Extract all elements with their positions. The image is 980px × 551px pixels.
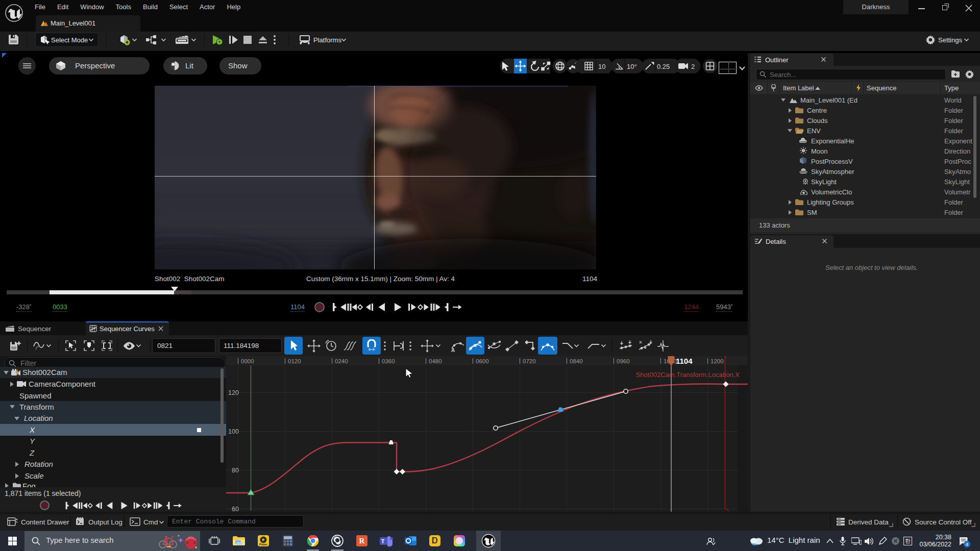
svg-text:0000: 0000 (241, 358, 254, 364)
svg-text:0960: 0960 (617, 358, 630, 364)
svg-text:100: 100 (228, 428, 239, 435)
svg-text:10°: 10° (627, 63, 637, 70)
svg-text:1200: 1200 (710, 358, 724, 364)
svg-text:0600: 0600 (476, 358, 489, 364)
svg-text:0.25: 0.25 (657, 63, 670, 70)
svg-text:0480: 0480 (429, 358, 442, 364)
svg-text:0360: 0360 (382, 358, 395, 364)
svg-text:0120: 0120 (288, 358, 301, 364)
svg-text:A: A (451, 347, 455, 353)
svg-text:1104: 1104 (676, 357, 693, 365)
svg-text:60: 60 (232, 506, 239, 512)
svg-text:10: 10 (598, 63, 605, 70)
svg-text:0720: 0720 (523, 358, 536, 364)
svg-text:Shot002Cam.Transform.Location.: Shot002Cam.Transform.Location.X (636, 371, 740, 379)
svg-text:80: 80 (232, 467, 239, 474)
svg-text:0840: 0840 (570, 358, 583, 364)
svg-text:2: 2 (691, 63, 695, 70)
svg-text:T: T (381, 539, 384, 544)
svg-text:0240: 0240 (335, 358, 348, 364)
svg-text:120: 120 (228, 389, 239, 396)
